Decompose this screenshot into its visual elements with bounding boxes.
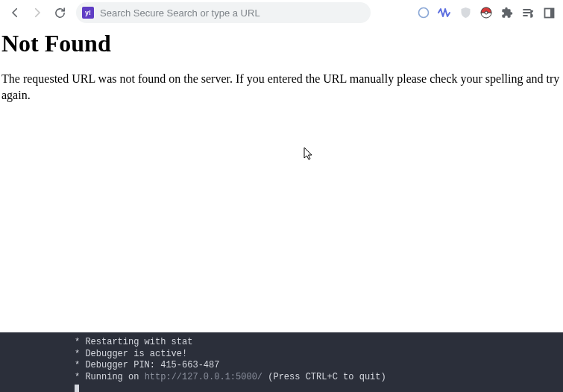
svg-rect-6: [550, 8, 554, 17]
extension-area: [414, 6, 559, 19]
svg-point-0: [419, 8, 429, 18]
terminal-prompt[interactable]: [75, 383, 563, 392]
page-body-text: The requested URL was not found on the s…: [1, 71, 563, 103]
address-bar[interactable]: y! Search Secure Search or type a URL: [76, 2, 371, 23]
playlist-extension-icon[interactable]: [521, 6, 535, 19]
svg-point-4: [485, 11, 488, 14]
browser-toolbar: y! Search Secure Search or type a URL: [0, 0, 563, 25]
terminal-line: * Debugger is active!: [75, 349, 563, 361]
terminal-line: * Restarting with stat: [75, 337, 563, 349]
mouse-cursor-icon: [303, 147, 315, 165]
shield-extension-icon[interactable]: [459, 6, 472, 19]
panel-toggle-icon[interactable]: [542, 6, 556, 19]
page-content: Not Found The requested URL was not foun…: [0, 25, 563, 103]
terminal-line: * Running on http://127.0.0.1:5000/ (Pre…: [75, 372, 563, 384]
site-favicon: y!: [82, 7, 94, 19]
back-button[interactable]: [4, 2, 25, 23]
extensions-puzzle-icon[interactable]: [500, 6, 514, 19]
terminal-url: http://127.0.0.1:5000/: [145, 372, 262, 382]
terminal-gutter: [0, 332, 69, 392]
terminal-panel[interactable]: * Restarting with stat * Debugger is act…: [0, 332, 563, 392]
wave-extension-icon[interactable]: [438, 6, 451, 19]
terminal-line: * Debugger PIN: 415-663-487: [75, 360, 563, 372]
page-heading: Not Found: [1, 30, 563, 57]
address-bar-placeholder: Search Secure Search or type a URL: [100, 7, 365, 19]
circle-extension-icon[interactable]: [417, 6, 430, 19]
pokeball-extension-icon[interactable]: [479, 6, 493, 19]
forward-button[interactable]: [27, 2, 48, 23]
reload-button[interactable]: [49, 2, 70, 23]
